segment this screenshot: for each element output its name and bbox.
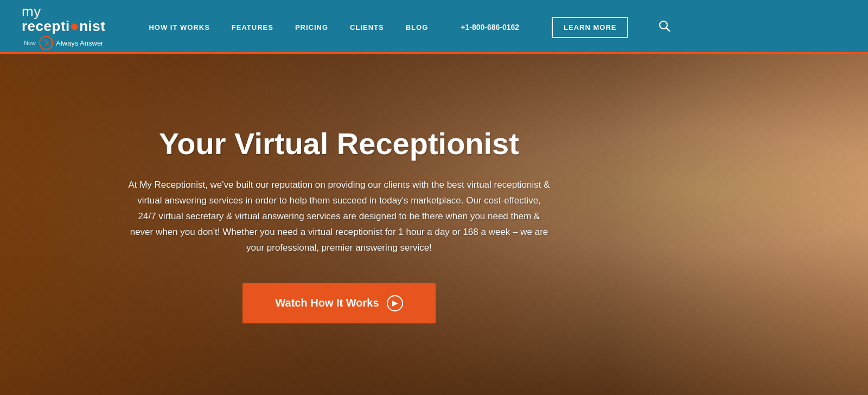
play-icon: ▶: [387, 295, 403, 311]
logo-now: Now: [24, 40, 36, 46]
always-answer-circle: [39, 36, 53, 50]
phone-number[interactable]: +1-800-686-0162: [461, 23, 519, 31]
main-nav: HOW IT WORKS FEATURES PRICING CLIENTS BL…: [149, 17, 846, 38]
nav-how-it-works[interactable]: HOW IT WORKS: [149, 23, 209, 31]
hero-description: At My Receptionist, we've built our repu…: [127, 177, 551, 256]
learn-more-button[interactable]: LEARN MORE: [552, 17, 628, 38]
svg-point-0: [660, 21, 667, 29]
site-header: my recepti●nist Now Always Answer HOW IT…: [0, 0, 868, 54]
svg-line-1: [666, 28, 670, 31]
hero-title: Your Virtual Receptionist: [159, 126, 519, 161]
hero-content: Your Virtual Receptionist At My Receptio…: [0, 54, 868, 395]
watch-button-label: Watch How It Works: [275, 297, 379, 309]
search-button[interactable]: [659, 20, 671, 35]
logo-receptionist: recepti●nist: [22, 18, 105, 34]
watch-how-it-works-button[interactable]: Watch How It Works ▶: [242, 283, 435, 323]
logo-my: my: [22, 3, 41, 20]
always-answer-text: Always Answer: [56, 39, 103, 47]
logo-area[interactable]: my recepti●nist Now Always Answer: [22, 4, 105, 50]
search-icon: [659, 20, 671, 32]
nav-clients[interactable]: CLIENTS: [350, 23, 384, 31]
nav-blog[interactable]: BLOG: [406, 23, 429, 31]
phone-curve-icon: [42, 39, 50, 47]
nav-pricing[interactable]: PRICING: [295, 23, 328, 31]
nav-features[interactable]: FEATURES: [232, 23, 273, 31]
hero-section: Your Virtual Receptionist At My Receptio…: [0, 54, 868, 395]
